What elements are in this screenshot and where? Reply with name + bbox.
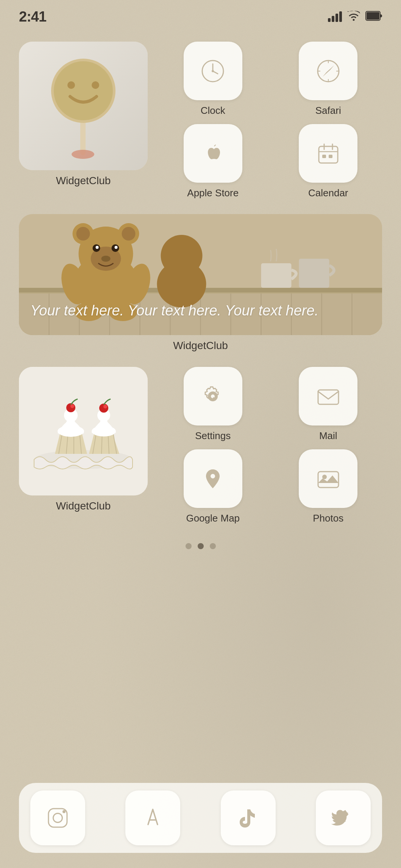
apple-store-app-icon[interactable] xyxy=(184,124,242,183)
mail-app[interactable]: Mail xyxy=(275,367,382,442)
svg-rect-40 xyxy=(299,259,329,288)
photos-app[interactable]: Photos xyxy=(275,449,382,524)
svg-point-76 xyxy=(103,405,107,408)
section-1: WidgetClub Clock xyxy=(0,26,401,199)
settings-app[interactable]: Settings xyxy=(159,367,267,442)
svg-point-44 xyxy=(76,227,90,241)
widget-club-lollipop[interactable]: WidgetClub xyxy=(19,42,148,187)
page-dot-1[interactable] xyxy=(186,543,192,549)
svg-rect-77 xyxy=(318,390,339,404)
safari-app-icon[interactable] xyxy=(299,42,357,100)
svg-point-51 xyxy=(115,246,118,249)
status-time: 2:41 xyxy=(19,9,46,25)
signal-icon xyxy=(328,11,342,22)
status-bar: 2:41 xyxy=(0,0,401,26)
tiktok-dock-app[interactable] xyxy=(221,790,276,845)
svg-point-6 xyxy=(92,81,99,89)
lollipop-illustration xyxy=(45,53,121,159)
google-map-label: Google Map xyxy=(186,512,240,524)
svg-rect-1 xyxy=(367,12,379,20)
widget-cupcake-image xyxy=(19,367,148,495)
photos-label: Photos xyxy=(313,512,343,524)
twitter-dock-app[interactable] xyxy=(316,790,371,845)
battery-icon xyxy=(365,11,382,22)
page-dot-3[interactable] xyxy=(210,543,216,549)
appstore-dock-app[interactable] xyxy=(125,790,180,845)
page-dot-2[interactable] xyxy=(198,543,204,549)
widget-lollipop-image xyxy=(19,42,148,170)
photos-icon xyxy=(315,466,342,492)
safari-app[interactable]: Safari xyxy=(275,42,382,116)
svg-point-50 xyxy=(96,246,99,249)
svg-rect-22 xyxy=(322,155,326,158)
wifi-icon xyxy=(347,11,360,23)
dock xyxy=(19,783,382,853)
svg-point-11 xyxy=(212,70,214,72)
calendar-icon xyxy=(315,140,342,167)
clock-label: Clock xyxy=(201,105,225,116)
app-grid-top: Clock Safari xyxy=(159,42,382,199)
calendar-label: Calendar xyxy=(308,187,348,199)
svg-point-79 xyxy=(322,475,327,479)
settings-label: Settings xyxy=(195,430,231,442)
svg-point-68 xyxy=(70,404,74,408)
twitter-icon xyxy=(331,806,356,830)
svg-point-82 xyxy=(62,810,66,813)
svg-rect-18 xyxy=(319,146,338,163)
apple-store-app[interactable]: Apple Store xyxy=(159,124,267,199)
photos-app-icon[interactable] xyxy=(299,449,357,508)
calendar-app-icon[interactable] xyxy=(299,124,357,183)
widget-wide-text: Your text here. Your text here. Your tex… xyxy=(30,301,371,320)
mail-app-icon[interactable] xyxy=(299,367,357,425)
app-grid-bottom: Settings Mail Google xyxy=(159,367,382,524)
instagram-icon xyxy=(45,806,70,830)
widget-club-label-2: WidgetClub xyxy=(173,340,228,352)
google-map-app-icon[interactable] xyxy=(184,449,242,508)
map-icon xyxy=(200,466,226,492)
widget-club-cupcake[interactable]: WidgetClub xyxy=(19,367,148,512)
screen: 2:41 xyxy=(0,0,401,868)
google-map-app[interactable]: Google Map xyxy=(159,449,267,524)
section-3: WidgetClub Settings xyxy=(0,352,401,524)
mail-icon xyxy=(315,383,342,410)
clock-icon xyxy=(200,58,226,84)
svg-point-52 xyxy=(101,256,111,262)
svg-rect-23 xyxy=(329,155,332,158)
settings-app-icon[interactable] xyxy=(184,367,242,425)
widget-club-wide[interactable]: Your text here. Your text here. Your tex… xyxy=(19,214,382,335)
instagram-dock-app[interactable] xyxy=(30,790,85,845)
svg-point-75 xyxy=(99,404,108,413)
svg-point-4 xyxy=(54,61,113,120)
svg-marker-13 xyxy=(323,65,334,77)
safari-label: Safari xyxy=(315,105,341,116)
clock-app-icon[interactable] xyxy=(184,42,242,100)
widget-club-label-3: WidgetClub xyxy=(56,500,111,512)
apple-store-icon xyxy=(200,140,226,167)
status-icons xyxy=(328,11,382,23)
svg-point-58 xyxy=(157,261,206,307)
safari-icon xyxy=(315,58,342,84)
tiktok-icon xyxy=(236,806,261,830)
svg-point-46 xyxy=(122,227,136,241)
cupcake-illustration xyxy=(19,367,148,495)
page-indicators xyxy=(0,524,401,549)
svg-point-5 xyxy=(67,81,75,89)
svg-point-81 xyxy=(53,814,62,823)
calendar-app[interactable]: Calendar xyxy=(275,124,382,199)
section-2: Your text here. Your text here. Your tex… xyxy=(0,199,401,352)
settings-icon xyxy=(200,383,226,410)
svg-rect-39 xyxy=(261,263,292,288)
svg-point-7 xyxy=(72,150,94,159)
widget-club-label-1: WidgetClub xyxy=(56,175,111,187)
mail-label: Mail xyxy=(319,430,337,442)
appstore-icon xyxy=(140,806,165,830)
clock-app[interactable]: Clock xyxy=(159,42,267,116)
apple-store-label: Apple Store xyxy=(187,187,239,199)
